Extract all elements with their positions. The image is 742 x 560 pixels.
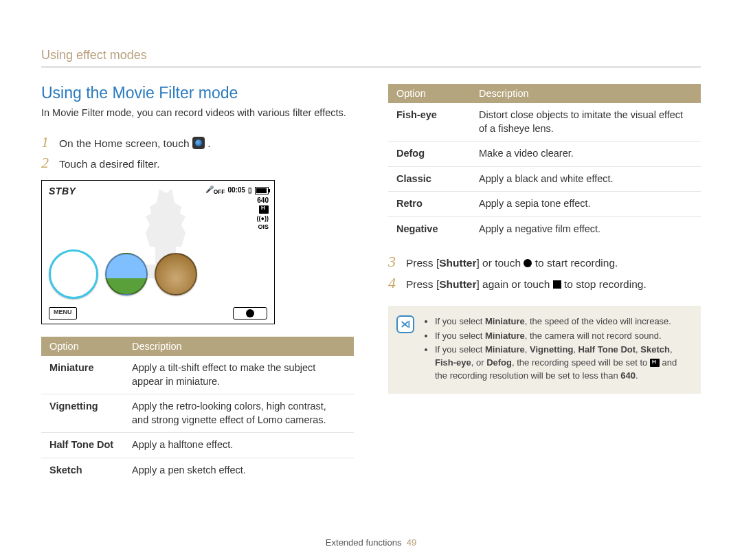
step-3-text: Press [ <box>406 257 439 269</box>
step-1: 1 On the Home screen, touch . <box>41 134 354 151</box>
step-3: 3 Press [Shutter] or touch to start reco… <box>388 254 701 271</box>
option-name: Fish-eye <box>388 103 471 142</box>
table-row: Miniature Apply a tilt-shift effect to m… <box>41 356 354 394</box>
movie-filter-mode-icon <box>192 137 205 149</box>
option-name: Vignetting <box>41 394 124 433</box>
option-desc: Make a video clearer. <box>471 142 701 167</box>
page-number: 49 <box>407 537 416 548</box>
mic-off-icon: 🎤OFF <box>205 185 225 196</box>
table-row: Classic Apply a black and white effect. <box>388 166 701 192</box>
option-desc: Apply a pen sketch effect. <box>124 458 354 482</box>
th-option: Option <box>388 84 471 103</box>
filter-thumb-2[interactable] <box>105 253 148 295</box>
step-2: 2 Touch a desired filter. <box>41 155 354 172</box>
page: Using effect modes Using the Movie Filte… <box>0 0 742 560</box>
table-row: Defog Make a video clearer. <box>388 142 701 167</box>
breadcrumb: Using effect modes <box>41 48 701 63</box>
memory-icon: ▯ <box>248 186 252 195</box>
menu-button[interactable]: MENU <box>49 307 77 320</box>
option-desc: Apply a tilt-shift effect to make the su… <box>124 356 354 394</box>
divider <box>41 67 701 67</box>
option-name: Defog <box>388 142 471 167</box>
step-1-text: On the Home screen, touch <box>59 137 190 149</box>
options-table-right: Option Description Fish-eye Distort clos… <box>388 84 701 241</box>
step-4: 4 Press [Shutter] again or touch to stop… <box>388 275 701 292</box>
option-desc: Apply a halftone effect. <box>124 433 354 458</box>
table-row: Retro Apply a sepia tone effect. <box>388 192 701 217</box>
record-dot-icon <box>524 259 532 267</box>
stby-label: STBY <box>49 186 76 197</box>
option-desc: Apply a negative film effect. <box>471 216 701 241</box>
option-desc: Apply a black and white effect. <box>471 166 701 192</box>
page-title: Using the Movie Filter mode <box>41 84 354 102</box>
step-number: 4 <box>388 275 399 291</box>
note-item: If you select Miniature, the speed of th… <box>435 315 690 328</box>
filter-thumb-3[interactable] <box>155 253 197 295</box>
th-description: Description <box>471 84 701 103</box>
footer-section: Extended functions <box>326 537 402 548</box>
resolution-value: 640 <box>205 196 269 205</box>
record-dot-icon <box>246 309 254 317</box>
left-column: Using the Movie Filter mode In Movie Fil… <box>41 84 354 482</box>
option-name: Miniature <box>41 356 124 394</box>
table-row: Negative Apply a negative film effect. <box>388 216 701 241</box>
footer: Extended functions 49 <box>0 537 742 548</box>
right-column: Option Description Fish-eye Distort clos… <box>388 84 701 482</box>
shutter-label: Shutter <box>439 278 476 290</box>
note-box: If you select Miniature, the speed of th… <box>388 306 701 394</box>
note-item: If you select Miniature, Vignetting, Hal… <box>435 344 690 383</box>
table-row: Sketch Apply a pen sketch effect. <box>41 458 354 482</box>
option-name: Negative <box>388 216 471 241</box>
th-option: Option <box>41 337 124 356</box>
timer-value: 00:05 <box>227 186 245 195</box>
ois-icon: ((●))OIS <box>205 214 269 231</box>
intro-text: In Movie Filter mode, you can record vid… <box>41 107 354 120</box>
table-row: Fish-eye Distort close objects to imitat… <box>388 103 701 142</box>
battery-icon <box>255 187 269 194</box>
option-desc: Apply the retro-looking colors, high con… <box>124 394 354 433</box>
stop-square-icon <box>553 280 561 289</box>
step-2-text: Touch a desired filter. <box>59 155 354 172</box>
option-name: Classic <box>388 166 471 192</box>
note-item: If you select Miniature, the camera will… <box>435 330 690 343</box>
options-table-left: Option Description Miniature Apply a til… <box>41 337 354 482</box>
option-desc: Distort close objects to imitate the vis… <box>471 103 701 142</box>
step-number: 3 <box>388 254 399 270</box>
filter-thumbnails <box>49 249 197 299</box>
recspeed-icon <box>259 205 269 214</box>
option-name: Retro <box>388 192 471 217</box>
option-name: Half Tone Dot <box>41 433 124 458</box>
option-name: Sketch <box>41 458 124 482</box>
filter-thumb-selected[interactable] <box>49 249 98 299</box>
record-button[interactable] <box>233 307 267 320</box>
th-description: Description <box>124 337 354 356</box>
table-row: Half Tone Dot Apply a halftone effect. <box>41 433 354 458</box>
status-column: 🎤OFF 00:05 ▯ 640 ((●))OIS <box>205 185 269 232</box>
note-icon <box>396 315 414 333</box>
step-4-text: Press [ <box>406 278 439 290</box>
step-number: 2 <box>41 155 52 171</box>
camera-preview: STBY 🎤OFF 00:05 ▯ 640 <box>41 180 275 324</box>
option-desc: Apply a sepia tone effect. <box>471 192 701 217</box>
table-row: Vignetting Apply the retro-looking color… <box>41 394 354 433</box>
shutter-label: Shutter <box>439 257 476 269</box>
step-number: 1 <box>41 134 52 150</box>
recspeed-icon <box>650 359 660 367</box>
